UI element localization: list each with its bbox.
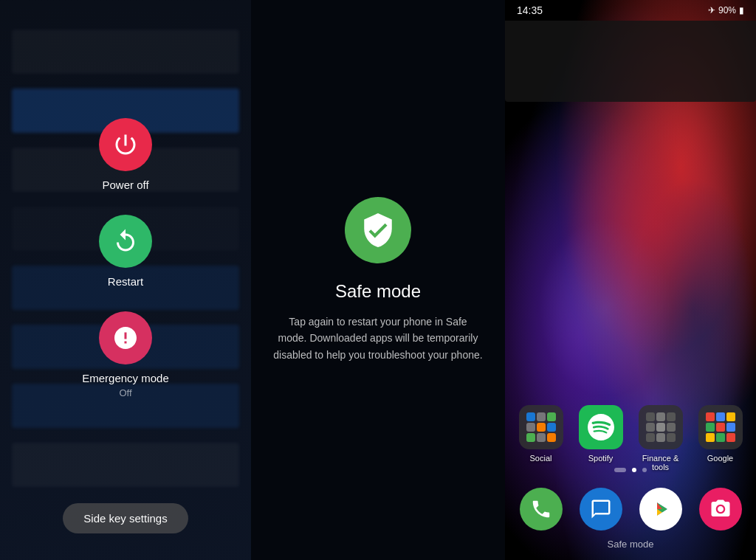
- status-icons: ✈ 90% ▮: [708, 5, 744, 15]
- bg-settings-row-1: [12, 30, 239, 74]
- power-menu-panel: Power off Restart Emergency mode Off Sid…: [0, 0, 251, 560]
- emergency-icon: [112, 325, 139, 351]
- spotify-icon: [579, 405, 623, 449]
- dock-phone[interactable]: [514, 488, 568, 530]
- emergency-sublabel: Off: [119, 387, 131, 398]
- bg-settings-row-8: [12, 443, 239, 487]
- side-key-settings-button[interactable]: Side key settings: [63, 503, 188, 533]
- camera-icon-circle: [699, 488, 742, 530]
- safe-mode-description: Tap again to restart your phone in Safe …: [273, 314, 483, 363]
- status-time: 14:35: [517, 4, 543, 16]
- phone-screen: 14:35 ✈ 90% ▮: [505, 0, 756, 560]
- emergency-icon-circle: [99, 311, 152, 364]
- chat-icon: [590, 498, 612, 520]
- play-store-icon: [639, 488, 682, 530]
- notification-shade: [505, 21, 756, 102]
- camera-lens-icon: [709, 498, 732, 520]
- safe-mode-title: Safe mode: [335, 281, 421, 302]
- app-dock: [505, 488, 756, 530]
- power-off-icon-circle: [99, 118, 152, 171]
- battery-percentage: 90%: [718, 5, 736, 15]
- shield-check-icon: [360, 212, 396, 249]
- spotify-label: Spotify: [588, 454, 614, 463]
- social-label: Social: [530, 454, 552, 463]
- status-bar: 14:35 ✈ 90% ▮: [505, 0, 756, 21]
- restart-icon: [112, 228, 139, 255]
- restart-item[interactable]: Restart: [99, 215, 152, 288]
- restart-icon-circle: [99, 215, 152, 268]
- spotify-logo-icon: [588, 414, 614, 440]
- app-spotify[interactable]: Spotify: [574, 405, 628, 471]
- safe-mode-panel[interactable]: Safe mode Tap again to restart your phon…: [251, 0, 505, 560]
- social-icon: [519, 405, 563, 449]
- app-finance[interactable]: Finance & tools: [633, 405, 687, 471]
- restart-label: Restart: [108, 275, 143, 288]
- power-off-item[interactable]: Power off: [99, 118, 152, 191]
- airplane-icon: ✈: [708, 5, 715, 15]
- dock-play-store[interactable]: [633, 488, 687, 530]
- emergency-item[interactable]: Emergency mode Off: [82, 311, 169, 398]
- safe-mode-bottom-label: Safe mode: [505, 539, 756, 550]
- emergency-label: Emergency mode: [82, 372, 169, 384]
- dock-messages[interactable]: [574, 488, 628, 530]
- phone-call-icon: [530, 498, 552, 520]
- power-off-label: Power off: [102, 179, 148, 191]
- power-menu-content: Power off Restart Emergency mode Off: [82, 118, 169, 398]
- app-google[interactable]: Google: [693, 405, 747, 471]
- finance-icon: [639, 405, 683, 449]
- battery-icon: ▮: [739, 5, 744, 15]
- play-triangle-icon: [650, 498, 672, 520]
- power-icon: [112, 131, 139, 158]
- dock-camera[interactable]: [693, 488, 747, 530]
- safe-mode-icon-circle: [345, 197, 411, 263]
- messages-icon: [580, 488, 622, 530]
- google-label: Google: [707, 454, 733, 463]
- app-grid: Social Spotify: [505, 405, 756, 471]
- google-icon: [698, 405, 743, 449]
- phone-icon: [520, 488, 563, 530]
- app-social[interactable]: Social: [514, 405, 568, 471]
- finance-label: Finance & tools: [633, 454, 687, 471]
